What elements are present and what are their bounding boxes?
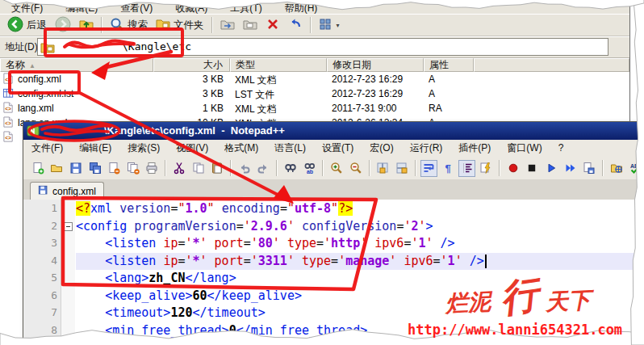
token-pl xyxy=(127,219,134,234)
save-macro-icon[interactable] xyxy=(581,160,598,177)
function-list-icon[interactable] xyxy=(478,160,495,177)
editor-area[interactable]: 12345678 <?xml version="1.0" encoding="u… xyxy=(23,200,644,345)
npp-menu-item-11[interactable]: ? xyxy=(550,140,572,157)
save-all-icon[interactable] xyxy=(86,160,103,177)
redo-icon[interactable] xyxy=(255,160,272,177)
exp-views-button[interactable]: ▾ xyxy=(315,15,344,35)
exp-back-icon xyxy=(7,16,23,35)
close-file-icon[interactable] xyxy=(106,160,123,177)
token-tag: > xyxy=(426,219,433,234)
exp-search-button[interactable]: 搜索 xyxy=(106,15,152,35)
line-number: 6 xyxy=(23,289,57,301)
explorer-menu-item-2[interactable]: 查看(V) xyxy=(109,0,164,14)
explorer-menu-item-5[interactable]: 帮助(H) xyxy=(274,0,329,14)
spell-check-icon[interactable]: AB xyxy=(627,160,644,177)
explorer-menu-item-0[interactable]: 文件(F) xyxy=(0,0,54,14)
replace-icon[interactable]: ab xyxy=(301,160,318,177)
column-header-修改日期[interactable]: 修改日期 xyxy=(327,58,424,72)
token-val: * xyxy=(193,254,200,268)
copy-icon[interactable] xyxy=(190,160,207,177)
new-file-icon[interactable] xyxy=(30,160,47,177)
notepadpp-titlebar[interactable]: \Kangle\etc\config.xml - Notepad++ xyxy=(23,122,644,140)
tab-label: config.xml xyxy=(52,186,96,197)
npp-menu-item-10[interactable]: 窗口(W) xyxy=(499,140,550,157)
token-val: 2.9.6 xyxy=(251,219,287,234)
exp-forward-button[interactable] xyxy=(51,15,75,35)
zoom-out-icon[interactable] xyxy=(347,160,364,177)
file-row-config.xml.lst[interactable]: config.xml.lst3 KBLST 文件2012-7-23 16:29A xyxy=(0,86,629,101)
toolbar-separator xyxy=(165,160,166,176)
sync-horizontal-icon[interactable] xyxy=(394,160,411,177)
cut-icon[interactable] xyxy=(171,160,188,177)
token-val: manage xyxy=(345,254,389,268)
svg-text:<>: <> xyxy=(5,77,11,82)
open-file-icon[interactable] xyxy=(48,160,65,177)
exp-copyto-button[interactable] xyxy=(239,15,261,35)
indent-guide-icon[interactable] xyxy=(458,160,475,177)
show-symbols-icon[interactable]: ¶ xyxy=(440,160,457,177)
npp-menu-item-0[interactable]: 文件(F) xyxy=(23,140,71,157)
npp-menu-item-6[interactable]: 设置(T) xyxy=(314,140,362,157)
play-macro-icon[interactable] xyxy=(543,160,560,177)
npp-menu-item-9[interactable]: 插件(P) xyxy=(450,140,499,157)
npp-menu-item-5[interactable]: 语言(L) xyxy=(266,140,314,157)
token-val: 1 xyxy=(448,254,455,268)
save-file-icon[interactable] xyxy=(68,160,85,177)
column-header-blank[interactable] xyxy=(474,58,629,72)
explorer-menubar: 文件(F)编辑(E)查看(V)收藏(A)工具(T)帮助(H) xyxy=(0,0,629,14)
npp-menu-item-8[interactable]: 运行(R) xyxy=(402,140,451,157)
close-all-icon[interactable] xyxy=(124,160,141,177)
column-header-名称[interactable]: 名称▲ xyxy=(0,58,153,72)
exp-delete-button[interactable] xyxy=(261,15,284,35)
token-pl xyxy=(433,236,441,250)
file-modified: 2012-7-23 16:29 xyxy=(332,88,403,99)
file-row-config.xml[interactable]: <>config.xml3 KBXML 文档2012-7-23 16:29A xyxy=(0,72,629,86)
paste-icon[interactable] xyxy=(209,160,226,177)
find-icon[interactable] xyxy=(282,160,299,177)
npp-menu-item-1[interactable]: 编辑(E) xyxy=(71,140,119,157)
open-in-browser-icon[interactable] xyxy=(608,160,625,177)
exp-search-icon xyxy=(110,17,124,34)
stop-macro-icon[interactable] xyxy=(524,160,541,177)
address-input[interactable]: \Kangle\etc xyxy=(37,38,608,56)
address-label: 地址(D) xyxy=(5,40,38,54)
column-header-大小[interactable]: 大小 xyxy=(153,58,230,72)
npp-menu-item-2[interactable]: 搜索(S) xyxy=(119,140,168,157)
npp-menu-item-4[interactable]: 格式(M) xyxy=(216,140,266,157)
token-q: ' xyxy=(426,236,433,250)
svg-text:¶: ¶ xyxy=(445,162,450,175)
run-macro-multiple-icon[interactable] xyxy=(562,160,579,177)
notepadpp-window: \Kangle\etc\config.xml - Notepad++ 文件(F)… xyxy=(23,121,644,345)
tab-config-xml[interactable]: config.xml xyxy=(30,182,104,200)
undo-icon[interactable] xyxy=(236,160,253,177)
exp-moveto-button[interactable] xyxy=(216,15,239,35)
npp-menu-item-3[interactable]: 视图(V) xyxy=(168,140,216,157)
token-attr: ipv6 xyxy=(374,236,404,250)
token-pl xyxy=(76,288,105,303)
record-macro-icon[interactable] xyxy=(505,160,522,177)
exp-undo-button[interactable] xyxy=(284,15,307,35)
zoom-in-icon[interactable] xyxy=(328,160,345,177)
word-wrap-icon[interactable] xyxy=(420,160,437,177)
sync-vertical-icon[interactable] xyxy=(374,160,391,177)
explorer-menu-item-4[interactable]: 工具(T) xyxy=(219,0,273,14)
exp-up-button[interactable] xyxy=(75,15,98,35)
print-icon[interactable] xyxy=(144,160,161,177)
token-q: ' xyxy=(324,236,331,250)
token-pl: = xyxy=(244,236,251,250)
npp-menu-item-7[interactable]: 宏(O) xyxy=(362,140,401,157)
exp-back-button[interactable]: 后退 xyxy=(3,15,51,35)
file-row-lang.xml[interactable]: <>lang.xml1 KBXML 文档2011-7-31 9:00RA xyxy=(0,101,629,116)
explorer-menu-item-1[interactable]: 编辑(E) xyxy=(54,0,109,14)
file-type: LST 文件 xyxy=(235,88,274,102)
exp-folders-button[interactable]: 文件夹 xyxy=(152,15,208,35)
explorer-menu-item-3[interactable]: 收藏(A) xyxy=(164,0,219,14)
fold-collapse-icon[interactable] xyxy=(64,222,73,231)
column-header-类型[interactable]: 类型 xyxy=(230,58,327,72)
token-pi: <? xyxy=(76,201,90,216)
column-header-属性[interactable]: 属性 xyxy=(424,58,474,72)
line-number: 8 xyxy=(23,324,57,336)
line-number: 7 xyxy=(23,306,57,318)
token-q: " xyxy=(207,201,215,216)
exp-folders-icon xyxy=(156,17,170,34)
